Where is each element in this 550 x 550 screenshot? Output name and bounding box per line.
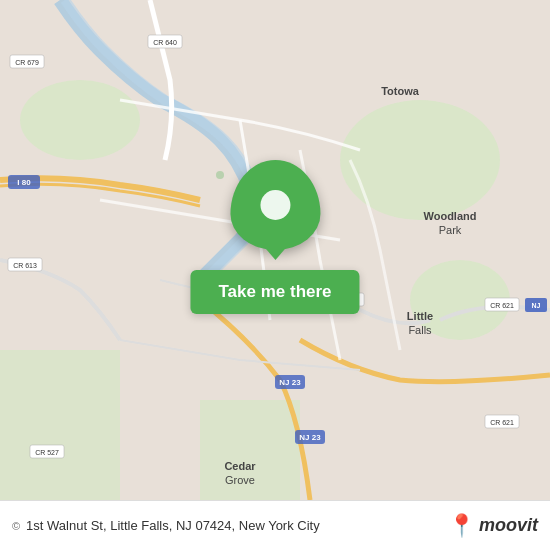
svg-text:NJ 23: NJ 23: [279, 378, 301, 387]
moovit-brand-text: moovit: [479, 515, 538, 536]
copyright-icon: ©: [12, 520, 20, 532]
svg-text:NJ 23: NJ 23: [299, 433, 321, 442]
svg-text:Little: Little: [407, 310, 433, 322]
svg-text:I 80: I 80: [17, 178, 31, 187]
svg-text:Grove: Grove: [225, 474, 255, 486]
svg-point-1: [20, 80, 140, 160]
footer-address: 1st Walnut St, Little Falls, NJ 07424, N…: [26, 518, 320, 533]
svg-text:CR 527: CR 527: [35, 449, 59, 456]
location-pin: [230, 160, 320, 250]
svg-text:Totowa: Totowa: [381, 85, 420, 97]
svg-rect-4: [0, 350, 120, 500]
svg-text:CR 613: CR 613: [13, 262, 37, 269]
svg-text:Woodland: Woodland: [424, 210, 477, 222]
moovit-logo: 📍 moovit: [448, 513, 538, 539]
svg-text:CR 621: CR 621: [490, 302, 514, 309]
svg-point-2: [340, 100, 500, 220]
svg-text:CR 640: CR 640: [153, 39, 177, 46]
svg-text:Cedar: Cedar: [224, 460, 256, 472]
moovit-pin-icon: 📍: [448, 513, 475, 539]
pin-inner-circle: [260, 190, 290, 220]
footer-left: © 1st Walnut St, Little Falls, NJ 07424,…: [12, 518, 320, 533]
footer-bar: © 1st Walnut St, Little Falls, NJ 07424,…: [0, 500, 550, 550]
svg-text:CR 679: CR 679: [15, 59, 39, 66]
svg-text:Falls: Falls: [408, 324, 432, 336]
svg-text:NJ: NJ: [532, 302, 541, 309]
take-me-there-button[interactable]: Take me there: [190, 270, 359, 314]
svg-text:CR 621: CR 621: [490, 419, 514, 426]
map-container: I 80 NJ 23 NJ 23 CR 640 CR 679 CR 613 CR…: [0, 0, 550, 500]
map-overlay: Take me there: [190, 160, 359, 314]
svg-text:Park: Park: [439, 224, 462, 236]
